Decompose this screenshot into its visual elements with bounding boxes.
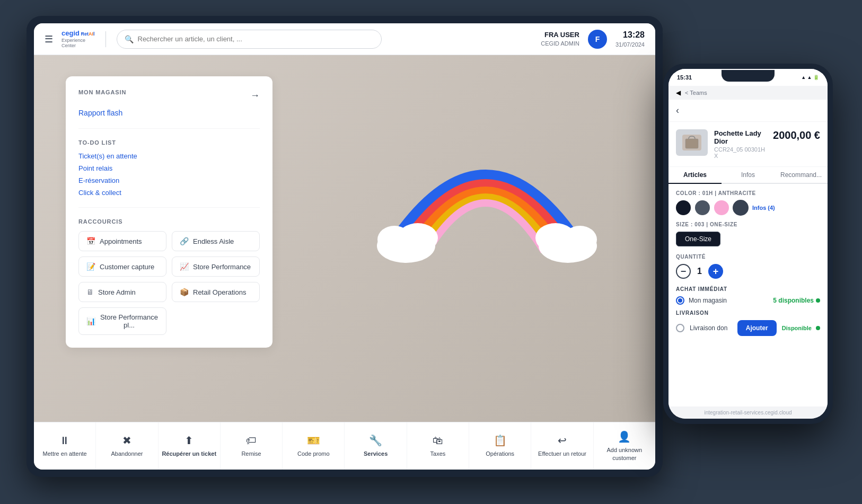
- nav-label-services: Services: [364, 450, 388, 457]
- size-label: SIZE : 003 | One-Size: [676, 222, 820, 227]
- divider-1: [78, 128, 260, 129]
- color-anthracite[interactable]: [733, 200, 748, 215]
- store-admin-icon: 🖥: [86, 288, 94, 296]
- phone-scroll-content: COLOR : 01H | Anthracite Infos (4) SIZE …: [669, 184, 828, 406]
- qty-value: 1: [697, 267, 702, 276]
- nav-operations[interactable]: 📋 Opérations: [469, 422, 531, 470]
- arrow-right-icon[interactable]: →: [250, 90, 260, 101]
- color-gray[interactable]: [695, 200, 710, 215]
- nav-services[interactable]: 🔧 Services: [345, 422, 407, 470]
- teams-back-icon: ◀: [676, 89, 681, 96]
- size-one-size[interactable]: One-Size: [676, 232, 720, 246]
- rainbow-decoration: [358, 71, 613, 272]
- tag-icon: 🏷: [246, 435, 257, 447]
- rapport-flash-link[interactable]: Rapport flash: [78, 109, 122, 117]
- nav-taxes[interactable]: 🛍 Taxes: [407, 422, 469, 470]
- phone-url-bar: integration-retail-services.cegid.cloud: [669, 406, 828, 419]
- tab-infos[interactable]: Infos: [722, 167, 775, 184]
- shortcut-endless-aisle[interactable]: 🔗 Endless Aisle: [172, 231, 260, 251]
- store-performance-pl-icon: 📊: [86, 317, 95, 325]
- search-bar[interactable]: 🔍: [117, 30, 382, 49]
- services-icon: 🔧: [369, 434, 382, 447]
- nav-label-mettre-en-attente: Mettre en attente: [43, 450, 87, 457]
- logo-cegid: cegid RetAIl: [61, 29, 95, 38]
- shortcuts-grid: 📅 Appointments 🔗 Endless Aisle 📝 Custome…: [78, 231, 260, 335]
- radio-mon-magasin[interactable]: [676, 296, 684, 305]
- store-performance-icon: 📈: [180, 262, 189, 271]
- return-icon: ↩: [558, 434, 567, 447]
- infos-link[interactable]: Infos (4): [752, 205, 775, 211]
- phone-status-icons: ▲ ▲ 🔋: [801, 75, 819, 80]
- shortcut-store-performance[interactable]: 📈 Store Performance: [172, 257, 260, 277]
- qty-plus-button[interactable]: +: [708, 264, 723, 279]
- tab-recommand[interactable]: Recommand...: [775, 167, 828, 184]
- header-right: FRA USER CEGID ADMIN F 13:28 31/07/2024: [541, 30, 645, 49]
- nav-code-promo[interactable]: 🎫 Code promo: [283, 422, 345, 470]
- nav-mettre-en-attente[interactable]: ⏸ Mettre en attente: [34, 422, 96, 470]
- qty-minus-button[interactable]: −: [676, 264, 691, 279]
- color-black[interactable]: [676, 200, 691, 215]
- nav-label-add-unknown: Add unknown customer: [596, 446, 653, 462]
- phone-clock: 15:31: [677, 74, 692, 81]
- clock: 13:28: [615, 30, 645, 41]
- divider-2: [78, 207, 260, 208]
- search-input[interactable]: [138, 35, 374, 43]
- nav-label-abandonner: Abandonner: [111, 450, 143, 457]
- nav-abandonner[interactable]: ✖ Abandonner: [96, 422, 158, 470]
- appointments-icon: 📅: [86, 237, 95, 245]
- phone-teams-bar[interactable]: ◀ < Teams: [669, 86, 828, 100]
- store-admin-label: Store Admin: [98, 288, 136, 296]
- shortcut-appointments[interactable]: 📅 Appointments: [78, 231, 166, 251]
- todo-tickets[interactable]: Ticket(s) en attente: [78, 152, 260, 160]
- ajouter-button[interactable]: Ajouter: [737, 320, 777, 336]
- product-info: Pochette Lady Dior CCR24_05 00301H X: [714, 129, 767, 159]
- raccourcis-title: RACCOURCIS: [78, 218, 260, 225]
- disponible-dot: [816, 326, 820, 330]
- avatar: F: [588, 30, 607, 49]
- shortcut-store-admin[interactable]: 🖥 Store Admin: [78, 282, 166, 302]
- color-swatches: Infos (4): [676, 200, 820, 215]
- radio-livraison[interactable]: [676, 324, 684, 332]
- back-arrow-icon[interactable]: ‹: [676, 105, 679, 116]
- stock-row: Mon magasin 5 disponibles: [676, 296, 820, 305]
- color-pink[interactable]: [714, 200, 729, 215]
- logo-area: cegid RetAIl ExperienceCenter: [61, 29, 95, 49]
- nav-remise[interactable]: 🏷 Remise: [221, 422, 283, 470]
- shortcut-retail-operations[interactable]: 📦 Retail Operations: [172, 282, 260, 302]
- nav-recuperer-ticket[interactable]: ⬆ Récupérer un ticket: [159, 422, 221, 470]
- main-content: MON MAGASIN → Rapport flash TO-DO LIST T…: [34, 55, 655, 422]
- header: ☰ cegid RetAIl ExperienceCenter 🔍 F: [34, 23, 655, 55]
- nav-add-unknown[interactable]: 👤 Add unknown customer: [594, 422, 655, 470]
- bottom-nav: ⏸ Mettre en attente ✖ Abandonner ⬆ Récup…: [34, 422, 655, 470]
- mon-magasin-section: MON MAGASIN →: [78, 89, 260, 102]
- todo-title: TO-DO LIST: [78, 139, 260, 146]
- dashboard-panel: MON MAGASIN → Rapport flash TO-DO LIST T…: [66, 76, 272, 348]
- x-icon: ✖: [122, 434, 131, 447]
- magasin-row: Mon magasin: [676, 296, 727, 305]
- shortcut-customer-capture[interactable]: 📝 Customer capture: [78, 257, 166, 277]
- phone-screen: 15:31 ▲ ▲ 🔋 ◀ < Teams ‹: [669, 69, 828, 419]
- add-user-icon: 👤: [618, 430, 631, 443]
- retail-operations-label: Retail Operations: [193, 288, 246, 296]
- phone-content: Pochette Lady Dior CCR24_05 00301H X 200…: [669, 122, 828, 406]
- operations-icon: 📋: [494, 434, 507, 447]
- logo-divider: [105, 31, 106, 47]
- bag-image: [682, 135, 701, 151]
- size-options: One-Size: [676, 232, 820, 246]
- mon-magasin-title: MON MAGASIN: [78, 89, 126, 95]
- user-role: CEGID ADMIN: [541, 40, 579, 47]
- todo-point-relais[interactable]: Point relais: [78, 164, 260, 172]
- nav-label-code-promo: Code promo: [297, 450, 330, 457]
- teams-label: < Teams: [685, 90, 707, 96]
- tab-articles[interactable]: Articles: [669, 167, 722, 184]
- shortcut-store-performance-pl[interactable]: 📊 Store Performance pl...: [78, 307, 166, 335]
- todo-click-collect[interactable]: Click & collect: [78, 189, 260, 197]
- todo-ereservation[interactable]: E-réservation: [78, 176, 260, 184]
- nav-effectuer-retour[interactable]: ↩ Effectuer un retour: [531, 422, 593, 470]
- nav-label-operations: Opérations: [486, 450, 514, 457]
- tablet-device: ☰ cegid RetAIl ExperienceCenter 🔍 F: [27, 16, 663, 477]
- menu-icon[interactable]: ☰: [45, 33, 53, 45]
- nav-label-taxes: Taxes: [430, 450, 446, 457]
- time-area: 13:28 31/07/2024: [615, 30, 645, 48]
- svg-point-5: [563, 226, 597, 253]
